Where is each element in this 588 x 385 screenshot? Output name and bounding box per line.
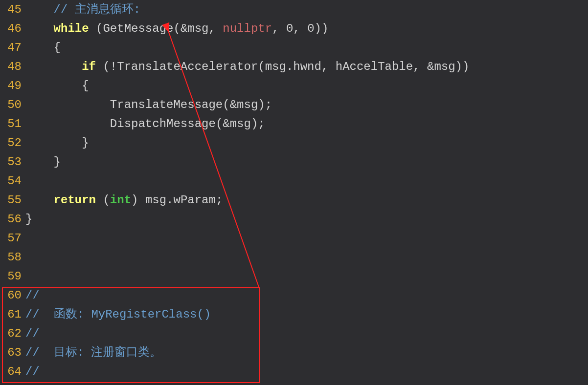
code-line[interactable]: [25, 171, 588, 191]
code-line[interactable]: [25, 229, 588, 248]
token-punct: &: [181, 22, 187, 35]
line-number: 50: [0, 95, 22, 114]
token-punct: }: [54, 155, 61, 169]
token-ident: msg.hwnd, hAccelTable,: [265, 60, 427, 73]
code-line[interactable]: while (GetMessage(&msg, nullptr, 0, 0)): [25, 19, 588, 38]
code-area[interactable]: // 主消息循环: while (GetMessage(&msg, nullpt…: [25, 0, 588, 385]
code-line[interactable]: //: [25, 362, 588, 381]
token-comment: //: [25, 365, 40, 378]
token-punct: ): [131, 193, 145, 207]
code-line[interactable]: if (!TranslateAccelerator(msg.hwnd, hAcc…: [25, 57, 588, 76]
line-number-gutter: 4546474849505152535455565758596061626364: [0, 0, 25, 385]
line-number: 56: [0, 210, 22, 229]
code-line[interactable]: [25, 267, 588, 286]
token-punct: )): [455, 60, 470, 73]
code-line[interactable]: // 目标: 注册窗口类。: [25, 343, 588, 362]
token-punct: );: [258, 98, 272, 111]
line-number: 63: [0, 343, 22, 362]
line-number: 61: [0, 305, 22, 324]
token-ident: TranslateMessage: [110, 98, 223, 111]
line-number: 52: [0, 133, 22, 152]
token-keyword: if: [82, 60, 96, 73]
token-comment: //: [25, 327, 40, 340]
token-punct: (: [89, 22, 103, 35]
token-punct: &: [223, 117, 229, 130]
code-line[interactable]: }: [25, 152, 588, 171]
code-line[interactable]: //: [25, 324, 588, 343]
token-ident: DispatchMessage: [110, 117, 216, 130]
code-line[interactable]: }: [25, 133, 588, 152]
token-keyword: return: [54, 193, 96, 207]
line-number: 62: [0, 324, 22, 343]
token-comment: // 函数: MyRegisterClass(): [25, 308, 211, 321]
token-punct: {: [54, 41, 61, 54]
code-line[interactable]: }: [25, 210, 588, 229]
token-ident: GetMessage: [103, 22, 173, 35]
line-number: 64: [0, 362, 22, 381]
line-number: 48: [0, 57, 22, 76]
line-number: 60: [0, 286, 22, 305]
token-punct: );: [251, 117, 265, 130]
token-ident: msg: [230, 117, 251, 130]
token-punct: , 0, 0)): [272, 22, 328, 35]
code-line[interactable]: DispatchMessage(&msg);: [25, 114, 588, 133]
token-comment: // 目标: 注册窗口类。: [25, 346, 161, 359]
line-number: 58: [0, 248, 22, 267]
token-keyword-type: int: [110, 193, 131, 207]
code-editor[interactable]: 4546474849505152535455565758596061626364…: [0, 0, 588, 385]
token-ident: TranslateAccelerator: [117, 60, 258, 73]
token-punct: (: [223, 98, 229, 111]
line-number: 45: [0, 0, 22, 19]
token-ident: msg: [434, 60, 455, 73]
line-number: 57: [0, 229, 22, 248]
code-line[interactable]: {: [25, 76, 588, 95]
token-punct: (!: [96, 60, 117, 73]
code-line[interactable]: // 函数: MyRegisterClass(): [25, 305, 588, 324]
token-punct: &: [427, 60, 434, 73]
token-punct: ;: [216, 193, 223, 207]
code-line[interactable]: //: [25, 286, 588, 305]
token-ident: msg,: [187, 22, 223, 35]
token-keyword: while: [54, 22, 89, 35]
line-number: 49: [0, 76, 22, 95]
code-line[interactable]: return (int) msg.wParam;: [25, 191, 588, 210]
line-number: 46: [0, 19, 22, 38]
token-comment: // 主消息循环:: [54, 3, 141, 16]
token-ident: msg.wParam: [145, 193, 216, 207]
token-punct: (: [216, 117, 223, 130]
line-number: 51: [0, 114, 22, 133]
line-number: 55: [0, 191, 22, 210]
line-number: 59: [0, 267, 22, 286]
token-ident: msg: [237, 98, 258, 111]
token-punct: }: [82, 136, 89, 150]
token-punct: {: [82, 79, 89, 92]
token-punct: &: [230, 98, 237, 111]
line-number: 53: [0, 152, 22, 171]
token-punct: }: [25, 213, 32, 226]
line-number: 47: [0, 38, 22, 57]
token-punct: (: [258, 60, 265, 73]
token-nullptr: nullptr: [223, 22, 272, 35]
line-number: 54: [0, 171, 22, 191]
code-line[interactable]: [25, 248, 588, 267]
code-line[interactable]: TranslateMessage(&msg);: [25, 95, 588, 114]
token-punct: (: [96, 193, 110, 207]
token-comment: //: [25, 289, 40, 302]
code-line[interactable]: {: [25, 38, 588, 57]
token-punct: (: [173, 22, 180, 35]
code-line[interactable]: // 主消息循环:: [25, 0, 588, 19]
